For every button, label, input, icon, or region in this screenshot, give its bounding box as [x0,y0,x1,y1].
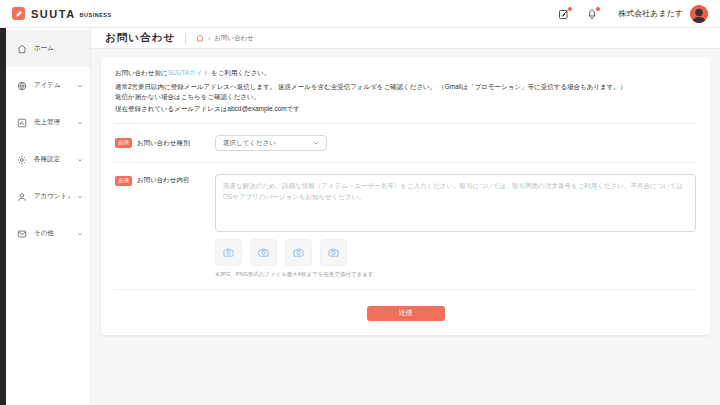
notification-dot [567,6,573,12]
inquiry-content-label-group: 必須 お問い合わせ内容 [115,174,215,278]
inquiry-type-label: お問い合わせ種別 [137,139,190,148]
submit-section: 送信 [114,289,697,335]
topbar-right: 株式会社あまたす [542,5,708,23]
chevron-down-icon [77,231,83,237]
required-badge: 必須 [115,138,132,148]
inquiry-content-field: ※JPG、PNG形式のファイル最大4枚までを任意で添付できます [215,174,696,278]
sidebar-item-label: 各種設定 [34,155,60,164]
attachment-boxes [215,239,696,266]
inquiry-content-row: 必須 お問い合わせ内容 [114,162,697,289]
contact-card: お問い合わせ前にSUUTAガイド をご利用ください。 通常2営業日以内に登録メー… [101,57,710,335]
brand-tagline: BUSINESS [80,12,112,18]
intro-line-2: 通常2営業日以内に登録メールアドレスへ返信します。 迷惑メールを含む全受信フォル… [115,82,696,92]
camera-upload-box[interactable] [250,239,277,266]
page-header: お問い合わせ › お問い合わせ [91,28,720,49]
home-icon [17,44,27,54]
chevron-down-icon [77,194,83,200]
submit-button[interactable]: 送信 [367,306,445,321]
sidebar-item-settings[interactable]: 各種設定 [6,141,90,178]
chevron-down-icon [313,140,319,146]
sidebar-item-label: アイテム [34,81,61,90]
divider [185,33,186,44]
chevron-down-icon [77,157,83,163]
breadcrumb-home-icon[interactable] [196,34,204,42]
company-name: 株式会社あまたす [618,8,683,19]
compose-icon[interactable] [558,8,570,20]
sidebar-item-items[interactable]: アイテム [6,67,90,104]
intro-line-1: お問い合わせ前にSUUTAガイド をご利用ください。 [115,68,696,78]
globe-icon [17,81,27,91]
window-edge-strip [0,28,6,405]
inquiry-type-label-group: 必須 お問い合わせ種別 [115,138,215,148]
inquiry-type-row: 必須 お問い合わせ種別 選択してください [114,123,697,162]
chevron-down-icon [77,120,83,126]
suuta-guide-link[interactable]: SUUTAガイド [168,69,210,76]
mail-icon [17,229,27,239]
camera-upload-box[interactable] [320,239,347,266]
notification-dot [595,6,601,12]
camera-upload-box[interactable] [215,239,242,266]
intro-line1-post: をご利用ください。 [209,69,270,76]
intro-line1-pre: お問い合わせ前に [115,69,168,76]
intro-line-4: 現在登録されているメールアドレスはabcd@example.comです [115,104,696,114]
attachment-note: ※JPG、PNG形式のファイル最大4枚までを任意で添付できます [215,271,696,278]
page-title: お問い合わせ [105,31,175,45]
intro-line-3: 返信が届かない場合はこちらをご確認ください。 [115,92,696,102]
inquiry-content-textarea[interactable] [215,174,696,232]
inquiry-type-select[interactable]: 選択してください [215,135,327,151]
bell-icon[interactable] [586,8,598,20]
sidebar-item-other[interactable]: その他 [6,215,90,252]
inquiry-type-field: 選択してください [215,135,696,151]
breadcrumb-current: お問い合わせ [214,34,254,43]
brand-name: SUUTA [31,8,76,20]
camera-icon [293,247,304,258]
sidebar-item-account[interactable]: アカウントメニュー [6,178,90,215]
gear-icon [17,155,27,165]
camera-icon [328,247,339,258]
camera-icon [223,247,234,258]
camera-icon [258,247,269,258]
sidebar: ホーム アイテム 売上管理 各種設定 アカウントメニュー [6,28,91,405]
brand-logo-icon [12,7,25,20]
breadcrumb-separator: › [208,35,210,42]
top-bar: SUUTA BUSINESS 株式会社あまたす [0,0,720,28]
sidebar-item-home[interactable]: ホーム [6,30,90,67]
required-badge: 必須 [115,176,132,186]
sidebar-item-label: アカウントメニュー [34,192,70,201]
breadcrumb: › お問い合わせ [196,34,254,43]
main-area: お問い合わせ › お問い合わせ お問い合わせ前にSUUTAガイド をご利用くださ… [91,28,720,405]
sidebar-item-label: 売上管理 [34,118,60,127]
sidebar-item-label: その他 [34,229,54,238]
chevron-down-icon [77,83,83,89]
inquiry-type-selected-value: 選択してください [223,139,276,148]
camera-upload-box[interactable] [285,239,312,266]
user-avatar[interactable] [690,5,708,23]
sidebar-item-label: ホーム [34,44,54,53]
bar-chart-icon [17,118,27,128]
inquiry-content-label: お問い合わせ内容 [137,176,190,185]
user-icon [17,192,27,202]
intro-text: お問い合わせ前にSUUTAガイド をご利用ください。 通常2営業日以内に登録メー… [114,57,697,123]
sidebar-item-sales[interactable]: 売上管理 [6,104,90,141]
